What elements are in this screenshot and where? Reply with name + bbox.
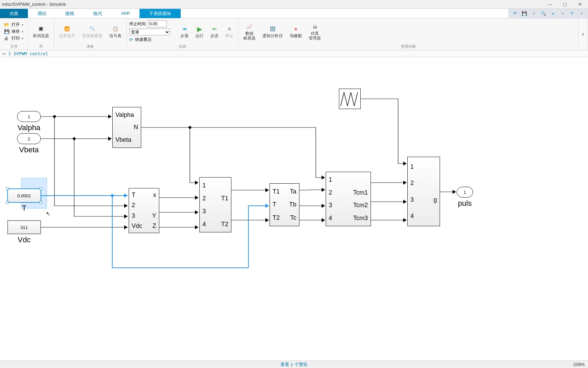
- ribbon-expand-icon[interactable]: ▾: [582, 32, 584, 37]
- model-path: ⇦ ⇧ SVPWM control: [0, 50, 588, 57]
- inport-valpha[interactable]: 1: [17, 111, 41, 122]
- folder-open-icon: 📂: [4, 22, 10, 28]
- stop-button[interactable]: ⏹停止: [223, 24, 236, 39]
- signal-junction: [189, 126, 191, 129]
- forward-icon[interactable]: »: [549, 10, 557, 17]
- inport-valpha-label: Valpha: [17, 123, 41, 132]
- play-icon: ▶: [195, 25, 203, 33]
- tab-format[interactable]: 格式: [84, 9, 112, 18]
- stoptime-input[interactable]: [148, 20, 167, 27]
- sector-block[interactable]: Valpha N Vbeta: [112, 107, 141, 148]
- tab-modeling[interactable]: 建模: [56, 9, 84, 18]
- title-bar: mfoc/SVPWM_control - Simulink ― ▢ ✕: [0, 0, 588, 9]
- path-crumb[interactable]: SVPWM control: [14, 51, 48, 56]
- maximize-button[interactable]: ▢: [559, 1, 571, 8]
- step-back-icon: ⏮: [180, 25, 189, 33]
- print-button[interactable]: 🖨打印▾: [3, 35, 25, 42]
- tab-subsystem[interactable]: 子系统模块: [140, 9, 181, 18]
- tab-debug[interactable]: 调试: [28, 9, 56, 18]
- sim-manager-button[interactable]: 🗂仿真 管理器: [306, 22, 324, 41]
- table-icon: 📋: [111, 25, 119, 33]
- minimize-button[interactable]: ―: [544, 1, 556, 8]
- cursor-icon: ↖: [46, 211, 50, 217]
- save-icon: 💾: [4, 29, 10, 34]
- signal-junction: [53, 115, 56, 118]
- tcm-block[interactable]: 1 2Tcm1 3Tcm2 4Tcm3: [326, 172, 371, 226]
- signal-junction: [111, 194, 114, 197]
- toolstrip-tabs: 仿真 调试 建模 格式 APP 子系统模块 ↶ 💾 ▾ 🔍 » ▾ ? ▾: [0, 9, 588, 18]
- birdseye-icon: 🔺: [292, 25, 300, 33]
- logic-icon: 🔢: [268, 25, 277, 33]
- help-icon[interactable]: ?: [568, 10, 576, 17]
- add-viewer-button[interactable]: 📉添加查看器: [79, 24, 105, 39]
- nav-back-icon[interactable]: ⇦: [2, 51, 6, 56]
- zoom-level[interactable]: 209%: [573, 362, 585, 367]
- compare-block[interactable]: 1 2 3g 4: [407, 157, 440, 226]
- tab-simulation[interactable]: 仿真: [0, 9, 28, 18]
- nav-up-icon[interactable]: ⇧: [8, 51, 12, 56]
- model-canvas[interactable]: 1 Valpha 2 Vbeta 0.0001 T 311 Vdc Valpha…: [0, 57, 588, 361]
- outport-puls-label: puls: [455, 199, 475, 208]
- t1t2-block[interactable]: 1 2T1 3 4T2: [199, 177, 231, 232]
- ribbon: 📂打开▾ 💾保存▾ 🖨打印▾ 文件 🔳库浏览器 库 📶记录信号 📉添加查看器 📋…: [0, 18, 588, 50]
- outport-puls[interactable]: 1: [457, 187, 473, 198]
- constant-Vdc-block[interactable]: 311: [7, 220, 41, 234]
- fast-restart-icon[interactable]: ⟳: [129, 37, 133, 42]
- print-icon: 🖨: [4, 36, 10, 41]
- constant-T-label: T: [7, 204, 41, 213]
- search-icon[interactable]: 🔍: [540, 10, 547, 17]
- close-button[interactable]: ✕: [574, 1, 586, 8]
- repeating-sequence-block[interactable]: [339, 89, 361, 109]
- stoptime-label: 停止时间: [129, 21, 146, 27]
- library-browser-button[interactable]: 🔳库浏览器: [30, 24, 52, 39]
- chart-icon: 📈: [245, 22, 254, 31]
- quick-access: ↶ 💾 ▾ 🔍 » ▾ ? ▾: [508, 9, 588, 18]
- signal-table-button[interactable]: 📋信号表: [107, 24, 124, 39]
- data-inspector-button[interactable]: 📈数据 检查器: [241, 22, 258, 41]
- step-back-button[interactable]: ⏮步退: [178, 24, 191, 39]
- constant-T-block[interactable]: 0.0001: [7, 189, 41, 202]
- simmgr-icon: 🗂: [311, 22, 319, 31]
- library-icon: 🔳: [37, 25, 45, 33]
- log-signal-button[interactable]: 📶记录信号: [56, 24, 78, 39]
- birdseye-button[interactable]: 🔺鸟瞰图: [287, 24, 305, 39]
- run-button[interactable]: ▶运行: [193, 24, 206, 39]
- status-bar: 查看 1 个警告 209%: [0, 361, 588, 368]
- save-button[interactable]: 💾保存▾: [3, 28, 25, 35]
- save-icon[interactable]: 💾: [521, 10, 528, 17]
- stop-icon: ⏹: [225, 25, 233, 33]
- inport-vbeta-label: Vbeta: [17, 145, 41, 154]
- tab-app[interactable]: APP: [112, 9, 140, 18]
- status-warning[interactable]: 查看 1 个警告: [280, 362, 307, 368]
- undo-icon[interactable]: ↶: [511, 10, 519, 17]
- xyz-block[interactable]: Tx 2 3Y VdcZ: [129, 188, 159, 233]
- open-button[interactable]: 📂打开▾: [3, 21, 25, 28]
- inport-vbeta[interactable]: 2: [17, 133, 41, 144]
- signal-junction: [73, 137, 76, 140]
- constant-Vdc-label: Vdc: [7, 235, 41, 244]
- step-forward-button[interactable]: ⏭步进: [208, 24, 221, 39]
- group-file-label: 文件: [2, 44, 26, 49]
- window-title: mfoc/SVPWM_control - Simulink: [2, 2, 66, 7]
- wifi-icon: 📶: [63, 25, 71, 33]
- window-controls: ― ▢ ✕: [544, 1, 586, 8]
- logic-analyzer-button[interactable]: 🔢逻辑分析仪: [260, 24, 285, 39]
- sim-mode-select[interactable]: 普通: [129, 29, 170, 35]
- step-forward-icon: ⏭: [210, 25, 218, 33]
- scope-icon: 📉: [88, 25, 96, 33]
- tabc-block[interactable]: T1Ta TTb T2Tc: [270, 183, 299, 226]
